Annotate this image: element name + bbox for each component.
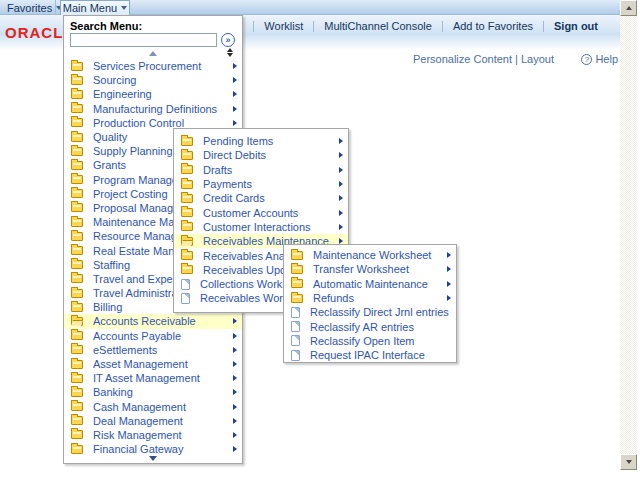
menu-item-sourcing[interactable]: Sourcing [64, 73, 242, 87]
menu-item-banking[interactable]: Banking [64, 385, 242, 399]
menu-item-deal-management[interactable]: Deal Management [64, 414, 242, 428]
folder-icon [71, 388, 83, 397]
folder-icon [71, 133, 83, 142]
menu-item-risk-management[interactable]: Risk Management [64, 428, 242, 442]
scrollbar-up-button[interactable] [620, 0, 637, 16]
folder-icon [181, 251, 193, 260]
chevron-down-icon [121, 6, 127, 10]
vertical-scrollbar[interactable] [620, 0, 637, 470]
receivables-maintenance-submenu-panel: Maintenance WorksheetTransfer WorksheetA… [283, 244, 457, 363]
favorites-menu[interactable]: Favorites [7, 1, 62, 14]
menu-item-cash-management[interactable]: Cash Management [64, 400, 242, 414]
menu-item-automatic-maintenance[interactable]: Automatic Maintenance [284, 277, 456, 291]
menu-item-customer-interactions[interactable]: Customer Interactions [174, 220, 348, 234]
menu-item-label: Automatic Maintenance [313, 278, 428, 290]
menu-item-customer-accounts[interactable]: Customer Accounts [174, 205, 348, 219]
nav-link-sign-out[interactable]: Sign out [544, 20, 608, 32]
nav-link-add-to-favorites[interactable]: Add to Favorites [443, 20, 543, 32]
favorites-label: Favorites [7, 2, 52, 14]
menu-item-payments[interactable]: Payments [174, 177, 348, 191]
folder-icon [71, 218, 83, 227]
personalize-content-link[interactable]: Personalize Content [413, 53, 512, 65]
menu-item-maintenance-worksheet[interactable]: Maintenance Worksheet [284, 248, 456, 262]
folder-icon [71, 289, 83, 298]
menu-item-credit-cards[interactable]: Credit Cards [174, 191, 348, 205]
menu-item-label: Engineering [93, 88, 152, 100]
menu-item-reclassify-open-item[interactable]: Reclassify Open Item [284, 334, 456, 348]
main-menu-tab[interactable]: Main Menu [60, 0, 130, 15]
help-label: Help [595, 53, 618, 65]
page-icon [291, 350, 300, 361]
folder-icon [71, 175, 83, 184]
menu-item-financial-gateway[interactable]: Financial Gateway [64, 442, 242, 456]
menu-item-drafts[interactable]: Drafts [174, 163, 348, 177]
menu-item-refunds[interactable]: Refunds [284, 291, 456, 305]
folder-icon [71, 430, 83, 439]
menu-scroll-up-icon[interactable] [149, 51, 157, 56]
menu-item-label: Transfer Worksheet [313, 263, 409, 275]
topbar-divider [55, 0, 56, 15]
folder-icon [181, 165, 193, 174]
submenu-arrow-icon [233, 91, 237, 97]
menu-scroll-down-icon[interactable] [149, 456, 157, 461]
menu-item-label: Pending Items [203, 135, 273, 147]
help-link[interactable]: ? Help [581, 53, 618, 65]
menu-item-accounts-receivable[interactable]: Accounts Receivable [64, 314, 242, 328]
menu-item-label: Refunds [313, 292, 354, 304]
double-chevron-right-icon: » [225, 36, 230, 45]
arrow-up-icon [626, 6, 632, 10]
menu-item-engineering[interactable]: Engineering [64, 87, 242, 101]
folder-icon [71, 246, 83, 255]
submenu-arrow-icon [447, 252, 451, 258]
folder-icon [291, 251, 303, 260]
folder-icon [71, 445, 83, 454]
menu-item-reclassify-ar-entries[interactable]: Reclassify AR entries [284, 319, 456, 333]
folder-icon [71, 104, 83, 113]
submenu-arrow-icon [339, 210, 343, 216]
submenu-arrow-icon [339, 224, 343, 230]
search-input[interactable] [70, 33, 217, 47]
menu-item-label: Accounts Receivable [93, 315, 196, 327]
layout-link[interactable]: Layout [521, 53, 554, 65]
menu-item-accounts-payable[interactable]: Accounts Payable [64, 329, 242, 343]
menu-item-label: Reclassify AR entries [310, 321, 414, 333]
nav-link-multichannel-console[interactable]: MultiChannel Console [314, 20, 442, 32]
menu-item-asset-management[interactable]: Asset Management [64, 357, 242, 371]
menu-item-pending-items[interactable]: Pending Items [174, 134, 348, 148]
menu-item-request-ipac-interface[interactable]: Request IPAC Interface [284, 348, 456, 362]
menu-item-direct-debits[interactable]: Direct Debits [174, 148, 348, 162]
menu-item-reclassify-direct-jrnl-entries[interactable]: Reclassify Direct Jrnl entries [284, 305, 456, 319]
folder-open-icon [71, 317, 83, 326]
submenu-arrow-icon [233, 347, 237, 353]
menu-item-label: Deal Management [93, 415, 183, 427]
menu-item-esettlements[interactable]: eSettlements [64, 343, 242, 357]
menu-item-label: Services Procurement [93, 60, 201, 72]
submenu-arrow-icon [233, 418, 237, 424]
personalize-links: Personalize Content | Layout [413, 53, 554, 65]
submenu-arrow-icon [233, 389, 237, 395]
nav-link-worklist[interactable]: Worklist [254, 20, 313, 32]
menu-item-label: Production Control [93, 117, 184, 129]
folder-icon [71, 147, 83, 156]
folder-icon [71, 360, 83, 369]
search-menu-label: Search Menu: [70, 18, 236, 33]
menu-item-services-procurement[interactable]: Services Procurement [64, 59, 242, 73]
menu-item-transfer-worksheet[interactable]: Transfer Worksheet [284, 262, 456, 276]
menu-resize-handle[interactable] [227, 48, 233, 57]
submenu-arrow-icon [339, 152, 343, 158]
submenu-arrow-icon [233, 432, 237, 438]
scrollbar-down-button[interactable] [620, 454, 637, 470]
submenu-arrow-icon [233, 63, 237, 69]
search-go-button[interactable]: » [221, 33, 235, 47]
folder-icon [291, 279, 303, 288]
menu-item-label: Banking [93, 386, 133, 398]
page-icon [291, 307, 300, 318]
submenu-arrow-icon [233, 106, 237, 112]
menu-item-it-asset-management[interactable]: IT Asset Management [64, 371, 242, 385]
menu-item-manufacturing-definitions[interactable]: Manufacturing Definitions [64, 102, 242, 116]
submenu-arrow-icon [339, 167, 343, 173]
menu-item-label: Asset Management [93, 358, 188, 370]
menu-item-label: Customer Interactions [203, 221, 311, 233]
page-icon [181, 279, 190, 290]
submenu-arrow-icon [233, 404, 237, 410]
